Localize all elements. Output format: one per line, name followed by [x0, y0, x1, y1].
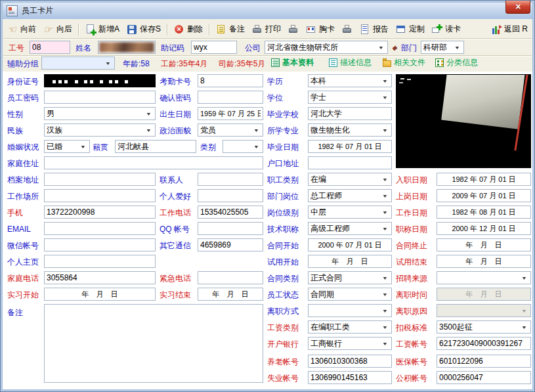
dept-combo[interactable]: 科研部	[421, 41, 464, 54]
salary-category-combo[interactable]: 在编职工类	[308, 320, 392, 334]
new-button[interactable]: 新增A	[82, 22, 123, 37]
contract-start-field[interactable]: 2000 年 07 月 01 日	[308, 238, 392, 251]
prev-record-button[interactable]: 向前	[4, 22, 39, 37]
company-combo[interactable]: 河北省微生物研究所	[265, 41, 388, 54]
save-button[interactable]: 保存S	[123, 22, 164, 37]
emp-no-field[interactable]: 08	[30, 41, 70, 54]
dept-position-combo[interactable]: 总工程师	[308, 189, 392, 202]
archive-address-field[interactable]	[44, 173, 156, 186]
tech-title-combo[interactable]: 高级工程师	[308, 222, 392, 235]
employee-photo[interactable]	[396, 74, 531, 168]
badge-button[interactable]: 胸卡	[303, 22, 338, 37]
dropdown-arrow-icon[interactable]	[520, 322, 528, 332]
tab-basic-info[interactable]: 基本资料	[271, 57, 314, 68]
attendance-no-field[interactable]: 8	[198, 74, 263, 87]
dropdown-arrow-icon[interactable]	[381, 76, 389, 86]
qq-field[interactable]	[198, 222, 263, 235]
dropdown-arrow-icon[interactable]	[252, 125, 261, 135]
dropdown-arrow-icon[interactable]	[381, 305, 389, 316]
password-field[interactable]	[44, 91, 156, 104]
read-card-button[interactable]: 读卡	[429, 22, 464, 37]
native-place-field[interactable]: 河北献县	[115, 140, 196, 153]
category-combo[interactable]	[223, 140, 263, 153]
hobby-field[interactable]	[198, 189, 263, 202]
emp-status-combo[interactable]: 合同期	[308, 288, 392, 301]
title-date-field[interactable]: 2000 年 12 月 01 日	[437, 222, 531, 235]
contract-end-field[interactable]: 年 月 日	[437, 238, 531, 251]
gender-combo[interactable]: 男	[44, 107, 156, 120]
close-button[interactable]	[505, 1, 530, 14]
dropdown-arrow-icon[interactable]	[377, 42, 385, 53]
trial-start-field[interactable]: 年 月 日	[308, 255, 392, 268]
tab-description-info[interactable]: 描述信息	[329, 57, 372, 68]
mnemonic-field[interactable]: wyx	[191, 41, 237, 54]
other-comm-field[interactable]: 4659869	[198, 238, 263, 251]
tax-standard-combo[interactable]: 3500起征	[437, 320, 531, 334]
education-combo[interactable]: 本科	[308, 74, 392, 87]
intern-end-field[interactable]: 年 月 日	[198, 288, 263, 301]
dropdown-arrow-icon[interactable]	[252, 141, 261, 152]
name-field[interactable]	[98, 41, 156, 54]
note-field[interactable]	[44, 304, 263, 383]
dropdown-arrow-icon[interactable]	[381, 322, 389, 332]
next-record-button[interactable]: 向后	[40, 22, 75, 37]
grad-date-field[interactable]: 1982 年 07 月 01 日	[308, 140, 392, 153]
emergency-phone-field[interactable]	[198, 271, 263, 284]
birth-date-field[interactable]: 1959 年 07 月 25 日	[198, 107, 263, 120]
dropdown-arrow-icon[interactable]	[381, 174, 389, 185]
intern-start-field[interactable]: 年 月 日	[44, 288, 156, 301]
badge-preview-button[interactable]	[339, 22, 356, 37]
dropdown-arrow-icon[interactable]	[104, 58, 112, 68]
salary-account-field[interactable]: 6217230409000391267	[437, 337, 531, 350]
dropdown-arrow-icon[interactable]	[381, 289, 389, 299]
leave-method-combo[interactable]	[308, 304, 392, 317]
wechat-field[interactable]	[44, 238, 156, 251]
degree-combo[interactable]: 学士	[308, 91, 392, 104]
position-level-combo[interactable]: 中层	[308, 206, 392, 219]
unemployment-no-field[interactable]: 1306990145163	[308, 371, 392, 384]
medical-no-field[interactable]: 6010122096	[437, 355, 531, 368]
confirm-password-field[interactable]	[198, 91, 263, 104]
political-combo[interactable]: 党员	[198, 123, 263, 137]
dropdown-arrow-icon[interactable]	[381, 338, 389, 349]
mobile-field[interactable]: 13722200998	[44, 206, 156, 219]
leave-time-field[interactable]: 年 月 日	[437, 288, 531, 301]
leave-reason-combo[interactable]	[437, 304, 531, 317]
fund-no-field[interactable]: 0000256047	[437, 371, 531, 384]
trial-end-field[interactable]: 年 月 日	[437, 255, 531, 268]
dropdown-arrow-icon[interactable]	[381, 207, 389, 217]
titlebar[interactable]: 员工卡片	[3, 3, 532, 19]
contract-type-combo[interactable]: 正式合同	[308, 271, 392, 284]
aux-group-combo[interactable]	[41, 56, 115, 70]
print-button[interactable]: 打印	[249, 22, 284, 37]
dropdown-arrow-icon[interactable]	[381, 92, 389, 102]
dropdown-arrow-icon[interactable]	[144, 108, 153, 119]
homepage-field[interactable]	[44, 255, 156, 268]
note-button[interactable]: 备注	[213, 22, 248, 37]
tab-related-files[interactable]: 相关文件	[383, 57, 425, 68]
dropdown-arrow-icon[interactable]	[381, 125, 389, 135]
dropdown-arrow-icon[interactable]	[381, 272, 389, 283]
dropdown-arrow-icon[interactable]	[381, 223, 389, 234]
return-button[interactable]: 返回 R	[488, 22, 531, 37]
tab-category-info[interactable]: 分类信息	[435, 57, 478, 68]
pension-no-field[interactable]: 1306010300368	[308, 355, 392, 368]
dropdown-arrow-icon[interactable]	[144, 125, 153, 135]
dropdown-arrow-icon[interactable]	[520, 272, 528, 283]
id-number-field[interactable]	[44, 74, 156, 87]
dropdown-arrow-icon[interactable]	[453, 42, 461, 53]
email-field[interactable]	[44, 222, 156, 235]
dropdown-arrow-icon[interactable]	[79, 141, 87, 152]
home-address-field[interactable]	[44, 156, 263, 169]
ethnicity-combo[interactable]: 汉族	[44, 123, 156, 137]
dropdown-arrow-icon[interactable]	[381, 190, 389, 201]
contact-field[interactable]	[198, 173, 263, 186]
dropdown-arrow-icon[interactable]	[520, 305, 528, 316]
hukou-address-field[interactable]	[308, 156, 392, 169]
school-field[interactable]: 河北大学	[308, 107, 392, 120]
home-phone-field[interactable]: 3055864	[44, 271, 156, 284]
major-combo[interactable]: 微生物生化	[308, 123, 392, 137]
print-preview-button[interactable]	[285, 22, 302, 37]
workplace-field[interactable]	[44, 189, 156, 202]
emp-category-combo[interactable]: 在编	[308, 173, 392, 186]
